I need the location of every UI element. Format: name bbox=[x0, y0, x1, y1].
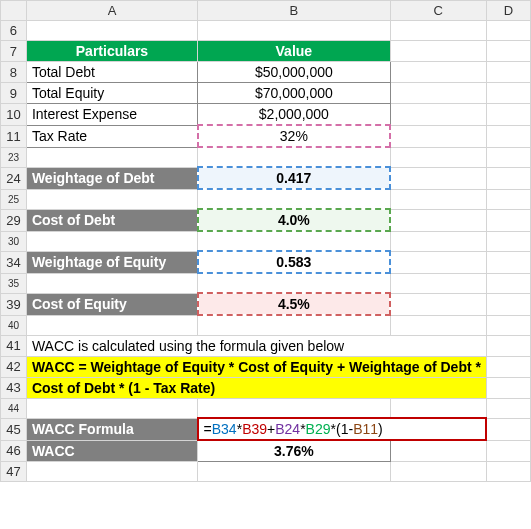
row-34: 34 Weightage of Equity 0.583 bbox=[1, 251, 531, 273]
rowhdr-42[interactable]: 42 bbox=[1, 356, 27, 377]
rowhdr-9[interactable]: 9 bbox=[1, 83, 27, 104]
cell-a24[interactable]: Weightage of Debt bbox=[26, 167, 197, 189]
select-all[interactable] bbox=[1, 1, 27, 21]
cell-a9[interactable]: Total Equity bbox=[26, 83, 197, 104]
cell-a46[interactable]: WACC bbox=[26, 440, 197, 462]
cell-a42[interactable]: WACC = Weightage of Equity * Cost of Equ… bbox=[26, 356, 486, 377]
rowhdr-23[interactable]: 23 bbox=[1, 147, 27, 167]
cell-a8[interactable]: Total Debt bbox=[26, 62, 197, 83]
row-10: 10 Interest Expense $2,000,000 bbox=[1, 104, 531, 126]
row-24: 24 Weightage of Debt 0.417 bbox=[1, 167, 531, 189]
row-45: 45 WACC Formula =B34*B39+B24*B29*(1-B11) bbox=[1, 418, 531, 440]
cell-b29[interactable]: 4.0% bbox=[198, 209, 391, 231]
cell-a41[interactable]: WACC is calculated using the formula giv… bbox=[26, 335, 486, 356]
rowhdr-39[interactable]: 39 bbox=[1, 293, 27, 315]
row-30: 30 bbox=[1, 231, 531, 251]
rowhdr-46[interactable]: 46 bbox=[1, 440, 27, 462]
rowhdr-34[interactable]: 34 bbox=[1, 251, 27, 273]
col-b[interactable]: B bbox=[198, 1, 391, 21]
row-47: 47 bbox=[1, 462, 531, 482]
row-44: 44 bbox=[1, 398, 531, 418]
cell-b39[interactable]: 4.5% bbox=[198, 293, 391, 315]
rowhdr-40[interactable]: 40 bbox=[1, 315, 27, 335]
col-a[interactable]: A bbox=[26, 1, 197, 21]
row-43: 43 Cost of Debt * (1 - Tax Rate) bbox=[1, 377, 531, 398]
row-39: 39 Cost of Equity 4.5% bbox=[1, 293, 531, 315]
cell-b11[interactable]: 32% bbox=[198, 125, 391, 147]
row-46: 46 WACC 3.76% bbox=[1, 440, 531, 462]
rowhdr-44[interactable]: 44 bbox=[1, 398, 27, 418]
cell-a7[interactable]: Particulars bbox=[26, 41, 197, 62]
col-d[interactable]: D bbox=[486, 1, 530, 21]
rowhdr-24[interactable]: 24 bbox=[1, 167, 27, 189]
rowhdr-8[interactable]: 8 bbox=[1, 62, 27, 83]
row-41: 41 WACC is calculated using the formula … bbox=[1, 335, 531, 356]
cell-a43[interactable]: Cost of Debt * (1 - Tax Rate) bbox=[26, 377, 486, 398]
cell-a39[interactable]: Cost of Equity bbox=[26, 293, 197, 315]
row-25: 25 bbox=[1, 189, 531, 209]
cell-a34[interactable]: Weightage of Equity bbox=[26, 251, 197, 273]
cell-b46[interactable]: 3.76% bbox=[198, 440, 391, 462]
cell-b24[interactable]: 0.417 bbox=[198, 167, 391, 189]
cell-a11[interactable]: Tax Rate bbox=[26, 125, 197, 147]
row-40: 40 bbox=[1, 315, 531, 335]
cell-b34[interactable]: 0.583 bbox=[198, 251, 391, 273]
cell-a45[interactable]: WACC Formula bbox=[26, 418, 197, 440]
row-42: 42 WACC = Weightage of Equity * Cost of … bbox=[1, 356, 531, 377]
rowhdr-7[interactable]: 7 bbox=[1, 41, 27, 62]
row-29: 29 Cost of Debt 4.0% bbox=[1, 209, 531, 231]
row-9: 9 Total Equity $70,000,000 bbox=[1, 83, 531, 104]
row-23: 23 bbox=[1, 147, 531, 167]
row-35: 35 bbox=[1, 273, 531, 293]
cell-b9[interactable]: $70,000,000 bbox=[198, 83, 391, 104]
rowhdr-29[interactable]: 29 bbox=[1, 209, 27, 231]
cell-b45-formula[interactable]: =B34*B39+B24*B29*(1-B11) bbox=[198, 418, 487, 440]
col-c[interactable]: C bbox=[390, 1, 486, 21]
rowhdr-25[interactable]: 25 bbox=[1, 189, 27, 209]
rowhdr-45[interactable]: 45 bbox=[1, 418, 27, 440]
row-8: 8 Total Debt $50,000,000 bbox=[1, 62, 531, 83]
row-6: 6 bbox=[1, 21, 531, 41]
column-header-row: A B C D bbox=[1, 1, 531, 21]
cell-a10[interactable]: Interest Expense bbox=[26, 104, 197, 126]
spreadsheet[interactable]: A B C D 6 7 Particulars Value 8 Total De… bbox=[0, 0, 531, 482]
rowhdr-41[interactable]: 41 bbox=[1, 335, 27, 356]
rowhdr-11[interactable]: 11 bbox=[1, 125, 27, 147]
rowhdr-47[interactable]: 47 bbox=[1, 462, 27, 482]
rowhdr-10[interactable]: 10 bbox=[1, 104, 27, 126]
rowhdr-35[interactable]: 35 bbox=[1, 273, 27, 293]
cell-a29[interactable]: Cost of Debt bbox=[26, 209, 197, 231]
cell-b8[interactable]: $50,000,000 bbox=[198, 62, 391, 83]
rowhdr-43[interactable]: 43 bbox=[1, 377, 27, 398]
cell-b10[interactable]: $2,000,000 bbox=[198, 104, 391, 126]
cell-b7[interactable]: Value bbox=[198, 41, 391, 62]
rowhdr-30[interactable]: 30 bbox=[1, 231, 27, 251]
row-7: 7 Particulars Value bbox=[1, 41, 531, 62]
rowhdr-6[interactable]: 6 bbox=[1, 21, 27, 41]
row-11: 11 Tax Rate 32% bbox=[1, 125, 531, 147]
